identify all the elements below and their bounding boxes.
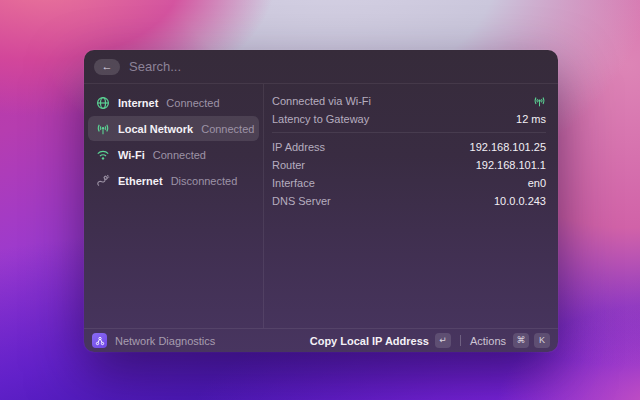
detail-label: IP Address [272, 141, 325, 153]
antenna-icon [533, 95, 546, 108]
app-name: Network Diagnostics [115, 335, 215, 347]
detail-value: en0 [528, 177, 546, 189]
network-diagnostics-window: ← Internet Connected [84, 50, 558, 352]
k-key-icon: K [534, 333, 550, 348]
detail-label: Latency to Gateway [272, 113, 369, 125]
sidebar-item-label: Ethernet [118, 175, 163, 187]
detail-value: 12 ms [516, 113, 546, 125]
antenna-icon [96, 122, 110, 136]
back-button[interactable]: ← [94, 59, 120, 75]
cable-icon [96, 174, 110, 188]
divider [272, 132, 546, 133]
copy-local-ip-button[interactable]: Copy Local IP Address ↵ [310, 333, 451, 348]
footer-separator [460, 335, 461, 346]
detail-row-connection: Connected via Wi-Fi [272, 92, 546, 110]
wifi-icon [96, 148, 110, 162]
content-area: Internet Connected Local Network Connect… [84, 84, 558, 328]
sidebar-item-wifi[interactable]: Wi-Fi Connected [88, 142, 259, 167]
detail-row-dns-server: DNS Server 10.0.0.243 [272, 192, 546, 210]
sidebar-item-ethernet[interactable]: Ethernet Disconnected [88, 168, 259, 193]
return-key-icon: ↵ [435, 333, 451, 348]
detail-value: 192.168.101.25 [470, 141, 546, 153]
footer-bar: Network Diagnostics Copy Local IP Addres… [84, 328, 558, 352]
detail-value: 10.0.0.243 [494, 195, 546, 207]
sidebar-item-local-network[interactable]: Local Network Connected [88, 116, 259, 141]
sidebar-item-label: Wi-Fi [118, 149, 145, 161]
sidebar-item-status: Connected [153, 149, 206, 161]
detail-label: Connected via Wi-Fi [272, 95, 371, 107]
actions-label: Actions [470, 335, 506, 347]
detail-value: 192.168.101.1 [476, 159, 546, 171]
details-panel: Connected via Wi-Fi Latency to Gateway 1… [264, 84, 558, 328]
globe-icon [96, 96, 110, 110]
actions-button[interactable]: Actions ⌘ K [470, 333, 550, 348]
detail-row-interface: Interface en0 [272, 174, 546, 192]
back-arrow-icon: ← [102, 61, 113, 72]
sidebar-item-label: Internet [118, 97, 158, 109]
app-icon [92, 333, 107, 348]
sidebar-item-label: Local Network [118, 123, 193, 135]
sidebar-item-internet[interactable]: Internet Connected [88, 90, 259, 115]
search-bar: ← [84, 50, 558, 84]
detail-row-ip-address: IP Address 192.168.101.25 [272, 138, 546, 156]
detail-label: Interface [272, 177, 315, 189]
sidebar-item-status: Disconnected [171, 175, 238, 187]
detail-row-latency: Latency to Gateway 12 ms [272, 110, 546, 128]
sidebar: Internet Connected Local Network Connect… [84, 84, 264, 328]
detail-label: DNS Server [272, 195, 331, 207]
command-key-icon: ⌘ [513, 333, 529, 348]
search-input[interactable] [129, 59, 546, 74]
copy-local-ip-label: Copy Local IP Address [310, 335, 429, 347]
sidebar-item-status: Connected [166, 97, 219, 109]
detail-row-router: Router 192.168.101.1 [272, 156, 546, 174]
detail-label: Router [272, 159, 305, 171]
sidebar-item-status: Connected [201, 123, 254, 135]
